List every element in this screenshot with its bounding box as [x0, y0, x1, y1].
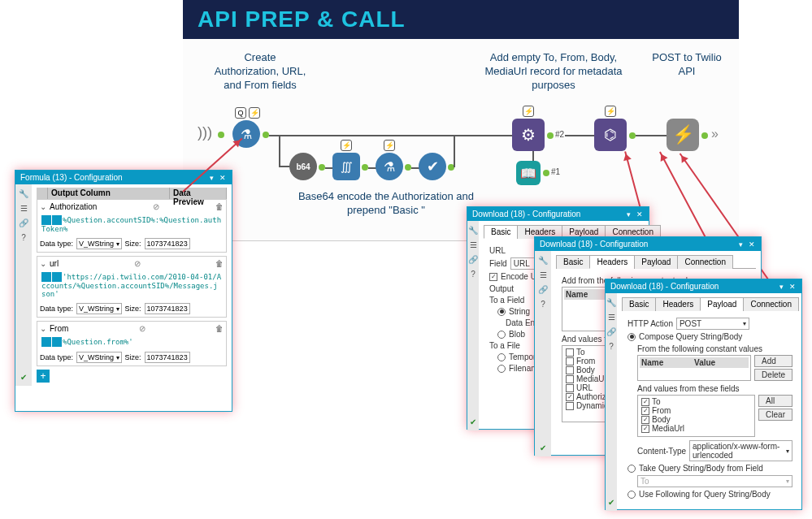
field-checkbox-mediaurl[interactable]: [566, 375, 574, 383]
clear-icon[interactable]: ⊘: [153, 202, 159, 211]
download-payload-titlebar[interactable]: Download (18) - Configuration ▾✕: [606, 279, 801, 293]
help-icon[interactable]: ?: [537, 298, 549, 309]
formula-field-block: ⌄ url ⊘ 🗑 'https://api.twilio.com/2010-0…: [37, 256, 227, 318]
pin-icon[interactable]: ▾: [207, 174, 215, 182]
link-icon[interactable]: 🔗: [18, 217, 29, 228]
formula-expression[interactable]: %Question.accountSID%:%Question.authToke…: [40, 214, 224, 235]
all-button[interactable]: All: [758, 395, 792, 407]
wrench-icon[interactable]: 🔧: [467, 224, 479, 236]
pin-icon[interactable]: ▾: [624, 210, 632, 218]
to-file-label: To a File: [489, 341, 520, 350]
compose-radio[interactable]: [627, 333, 636, 341]
data-type-select[interactable]: V_WString ▾: [76, 238, 122, 249]
close-icon[interactable]: ✕: [219, 174, 227, 182]
take-query-radio[interactable]: [627, 465, 636, 473]
gear-tool-1-icon[interactable]: ⚙ ⚡: [512, 119, 545, 151]
field-values-listbox[interactable]: To From Body MediaUrl: [637, 395, 755, 437]
config-sidebar: 🔧 ☰ 🔗 ? ✔: [535, 251, 551, 456]
output-blob-radio[interactable]: [497, 331, 506, 339]
encode-url-checkbox[interactable]: [489, 273, 497, 281]
output-filename-radio[interactable]: [497, 365, 506, 373]
check-tool-icon[interactable]: ✔: [419, 153, 446, 180]
trash-icon[interactable]: 🗑: [215, 202, 224, 211]
download-headers-titlebar[interactable]: Download (18) - Configuration ▾✕: [535, 237, 761, 251]
use-following-radio[interactable]: [627, 491, 636, 499]
http-action-select[interactable]: POST▾: [676, 318, 749, 330]
tab-basic[interactable]: Basic: [622, 297, 656, 311]
chevron-down-icon[interactable]: ⌄: [40, 324, 46, 333]
tab-headers[interactable]: Headers: [589, 255, 635, 269]
formula-expression[interactable]: 'https://api.twilio.com/2010-04-01/Accou…: [40, 270, 224, 300]
link-icon[interactable]: 🔗: [467, 253, 479, 265]
field-checkbox-url[interactable]: [566, 384, 574, 392]
pin-icon[interactable]: ▾: [736, 240, 745, 249]
download-tool-icon[interactable]: ⚡: [667, 119, 699, 151]
constant-listbox[interactable]: NameValue: [637, 355, 751, 381]
base64-tool-icon[interactable]: b64: [289, 153, 317, 180]
output-string-radio[interactable]: [497, 308, 506, 316]
text-input-tool-icon[interactable]: 📖: [516, 161, 541, 185]
chevron-down-icon[interactable]: ⌄: [40, 202, 46, 211]
tab-payload[interactable]: Payload: [700, 297, 744, 311]
field-checkbox-to[interactable]: [566, 348, 574, 357]
field-checkbox-dynamic[interactable]: [566, 402, 574, 410]
wrench-icon[interactable]: 🔧: [18, 188, 29, 199]
delete-button[interactable]: Delete: [754, 369, 792, 381]
payload-checkbox-to[interactable]: [641, 398, 649, 406]
link-icon[interactable]: 🔗: [537, 283, 549, 295]
badge-lightning-icon: ⚡: [605, 106, 616, 117]
canvas-title: API PREP & CALL: [198, 6, 406, 32]
size-input[interactable]: 1073741823: [145, 352, 190, 363]
doc-icon[interactable]: ☰: [606, 311, 617, 322]
data-type-select[interactable]: V_WString ▾: [76, 303, 122, 314]
add-field-button[interactable]: +: [37, 370, 50, 383]
field-checkbox-authorization[interactable]: [566, 393, 574, 401]
size-input[interactable]: 1073741823: [145, 238, 190, 249]
tab-basic[interactable]: Basic: [556, 255, 590, 269]
formula-tool-2-icon[interactable]: ⚗ ⚡: [376, 153, 403, 180]
output-temp-radio[interactable]: [497, 353, 506, 361]
add-button[interactable]: Add: [754, 355, 792, 367]
link-icon[interactable]: 🔗: [606, 326, 617, 337]
tab-payload[interactable]: Payload: [634, 255, 678, 269]
lightning-icon: ⚡: [672, 124, 694, 145]
payload-checkbox-from[interactable]: [641, 407, 649, 415]
dt-label: Data type:: [40, 305, 73, 313]
doc-icon[interactable]: ☰: [467, 239, 479, 250]
select-tool-icon[interactable]: ∭ ⚡: [332, 153, 360, 180]
wrench-icon[interactable]: 🔧: [537, 254, 549, 266]
clear-button[interactable]: Clear: [758, 409, 792, 421]
tab-connection[interactable]: Connection: [677, 255, 733, 269]
clear-icon[interactable]: ⊘: [134, 259, 141, 268]
step-label-base64: Base64 encode the Authorization and prep…: [280, 190, 492, 218]
payload-checkbox-mediaurl[interactable]: [641, 425, 649, 433]
tab-basic[interactable]: Basic: [484, 225, 518, 239]
wrench-icon[interactable]: 🔧: [606, 296, 617, 308]
data-type-select[interactable]: V_WString ▾: [76, 352, 122, 363]
field-checkbox-from[interactable]: [566, 357, 574, 365]
close-icon[interactable]: ✕: [748, 240, 756, 249]
config-sidebar: 🔧 ☰ 🔗 ? ✔: [606, 293, 617, 511]
help-icon[interactable]: ?: [606, 340, 617, 352]
formula-expression[interactable]: %Question.from%': [40, 335, 224, 348]
trash-icon[interactable]: 🗑: [215, 324, 224, 333]
payload-checkbox-body[interactable]: [641, 416, 649, 424]
tab-connection[interactable]: Connection: [743, 297, 799, 311]
size-input[interactable]: 1073741823: [145, 303, 190, 314]
close-icon[interactable]: ✕: [788, 283, 797, 291]
field-checkbox-body[interactable]: [566, 366, 574, 374]
clear-icon[interactable]: ⊘: [139, 324, 145, 333]
chevron-down-icon[interactable]: ⌄: [40, 259, 46, 268]
content-type-label: Content-Type: [637, 447, 686, 456]
tab-headers[interactable]: Headers: [655, 297, 701, 311]
dna-tool-icon[interactable]: ⌬ ⚡: [594, 119, 627, 151]
trash-icon[interactable]: 🗑: [215, 259, 224, 268]
close-icon[interactable]: ✕: [636, 210, 644, 218]
help-icon[interactable]: ?: [467, 268, 479, 279]
doc-icon[interactable]: ☰: [18, 202, 29, 214]
content-type-select[interactable]: application/x-www-form-urlencoded▾: [689, 440, 792, 461]
pin-icon[interactable]: ▾: [777, 283, 785, 291]
download-basic-titlebar[interactable]: Download (18) - Configuration ▾✕: [467, 207, 649, 221]
help-icon[interactable]: ?: [18, 231, 29, 243]
doc-icon[interactable]: ☰: [537, 269, 549, 280]
